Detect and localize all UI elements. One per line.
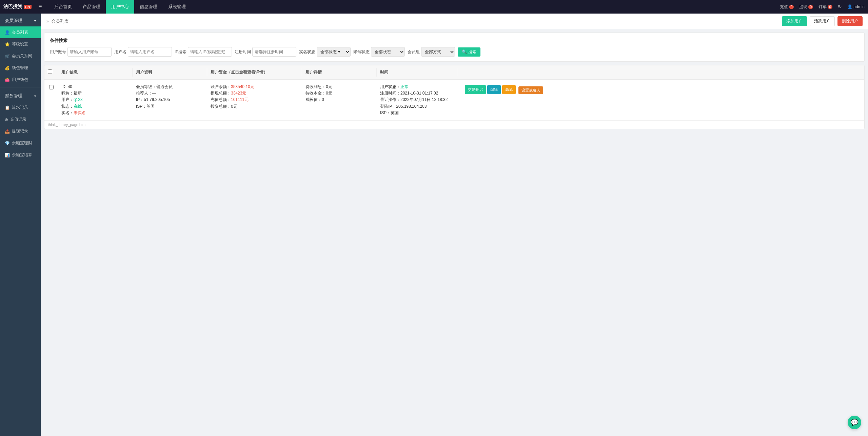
- membergroup-label: 会员组: [408, 49, 420, 55]
- user-isp: ISP：英国: [136, 103, 204, 110]
- regtime-input[interactable]: [252, 47, 296, 57]
- nav-user-center[interactable]: 用户中心: [106, 0, 134, 14]
- trade-open-button[interactable]: 交易开启: [465, 85, 486, 94]
- nav-system[interactable]: 系统管理: [163, 0, 191, 14]
- user-account-status: 用户状态：正常: [380, 84, 455, 90]
- user-info-cell: ID: 40 昵称：最新 用户：q123 状态：在线 实名：未实名: [58, 82, 133, 118]
- sidebar-item-member-list[interactable]: 👤 会员列表: [0, 26, 41, 38]
- search-field-fundstatus: 账号状态 全部状态: [353, 47, 405, 57]
- admin-user[interactable]: 👤 admin: [847, 4, 865, 9]
- nav-right: 充值 0 提现 0 订单 0 ↻ 👤 admin: [780, 4, 865, 10]
- fund-recharge: 提现总额：33423元: [211, 90, 299, 97]
- sidebar-item-withdraw-records[interactable]: 📤 提现记录: [0, 125, 41, 137]
- delete-user-button[interactable]: 删除用户: [837, 16, 863, 26]
- brand-tag: TP6: [24, 5, 32, 9]
- order-badge: 0: [828, 5, 832, 9]
- sidebar-group-member-label: 会员管理: [5, 18, 22, 24]
- growth: 成长值：0: [305, 97, 373, 103]
- sidebar-item-transactions[interactable]: 📋 流水记录: [0, 102, 41, 113]
- row-checkbox[interactable]: [49, 85, 54, 89]
- member-list-label: 会员列表: [12, 29, 28, 35]
- chevron-finance-icon: ▾: [34, 94, 36, 98]
- nav-product[interactable]: 产品管理: [77, 0, 106, 14]
- username-input[interactable]: [128, 47, 172, 57]
- select-all-checkbox[interactable]: [48, 69, 52, 74]
- refresh-icon[interactable]: ↻: [838, 4, 842, 9]
- invest-value: 0元: [231, 104, 237, 109]
- sidebar-item-wallet-manage[interactable]: 💰 钱包管理: [0, 62, 41, 74]
- recharge-value: 33423元: [231, 91, 246, 96]
- danger-button[interactable]: 高危: [502, 85, 516, 94]
- search-title: 条件搜索: [50, 38, 859, 44]
- recharge-badge: 0: [789, 5, 794, 9]
- sidebar-item-yuebao-settle[interactable]: 📊 余额宝结算: [0, 149, 41, 161]
- search-button[interactable]: 🔍 搜索: [458, 47, 480, 57]
- yuebao-settle-label: 余额宝结算: [12, 152, 32, 158]
- chat-icon: 💬: [851, 419, 858, 426]
- user-wallet-icon: 👛: [5, 78, 10, 82]
- add-user-button[interactable]: 添加用户: [782, 16, 807, 26]
- membergroup-select[interactable]: 全部方式: [421, 47, 455, 57]
- username-label: 用户名: [114, 49, 126, 55]
- sidebar: 会员管理 ▾ 👤 会员列表 ⭐ 等级设置 🛒 会员关系网 💰 钱包管理 👛 用户…: [0, 14, 41, 436]
- hamburger-icon[interactable]: ☰: [35, 4, 45, 9]
- brand: 法巴投资 TP6: [3, 4, 32, 10]
- th-userinfo: 用户信息: [58, 68, 133, 77]
- th-time: 时间: [377, 68, 458, 77]
- action-buttons: 交易开启 编辑 高危 设置战略人: [461, 84, 861, 96]
- user-nickname: 昵称：最新: [61, 90, 129, 97]
- time-cell: 用户状态：正常 注册时间：2021-10-31 01:17:02 最近操作：20…: [377, 82, 458, 118]
- search-field-ip: IP搜索: [175, 47, 232, 57]
- th-userfund: 用户资金（点击金额查看详情）: [207, 68, 302, 77]
- edit-button[interactable]: 编辑: [487, 85, 501, 94]
- order-item[interactable]: 订单 0: [818, 4, 832, 10]
- transactions-label: 流水记录: [12, 105, 28, 110]
- sidebar-item-yuebao[interactable]: 💎 余额宝理财: [0, 137, 41, 149]
- set-agent-button[interactable]: 设置战略人: [518, 86, 543, 94]
- transactions-icon: 📋: [5, 105, 10, 110]
- username-value[interactable]: q123: [74, 97, 83, 102]
- breadcrumb-current: 会员列表: [51, 18, 69, 24]
- activate-user-button[interactable]: 活跃用户: [810, 16, 835, 26]
- withdraw-value: 101111元: [231, 97, 249, 102]
- wallet-manage-label: 钱包管理: [12, 65, 28, 71]
- table-header: 用户信息 用户资料 用户资金（点击金额查看详情） 用户详情 时间: [44, 65, 864, 80]
- search-button-label: 搜索: [468, 49, 476, 55]
- th-userdata: 用户资料: [133, 68, 207, 77]
- sidebar-item-recharge-records[interactable]: ⊕ 充值记录: [0, 113, 41, 125]
- user-status: 状态：在线: [61, 103, 129, 110]
- search-field-username: 用户名: [114, 47, 172, 57]
- sidebar-item-level[interactable]: ⭐ 等级设置: [0, 38, 41, 50]
- member-level: 会员等级：普通会员: [136, 84, 204, 90]
- user-wallet-label: 用户钱包: [12, 77, 28, 83]
- order-label: 订单: [818, 4, 827, 10]
- referrer: 推荐人：—: [136, 90, 204, 97]
- ip-input[interactable]: [188, 47, 232, 57]
- chat-widget[interactable]: 💬: [848, 416, 861, 429]
- account-status-value: 正常: [400, 84, 409, 89]
- withdraw-item[interactable]: 提现 0: [799, 4, 813, 10]
- level-icon: ⭐: [5, 42, 10, 47]
- th-checkbox: [44, 68, 58, 77]
- file-path: think_library_page.html: [44, 121, 864, 129]
- userid-input[interactable]: [67, 47, 112, 57]
- pending-capital: 待收本金：0元: [305, 90, 373, 97]
- realname-value: 未实名: [74, 110, 86, 115]
- withdraw-label: 提现: [799, 4, 807, 10]
- login-isp: ISP：英国: [380, 110, 455, 116]
- th-actions: [458, 68, 526, 77]
- realstatus-select[interactable]: 全部状态 ▾: [317, 47, 351, 57]
- sidebar-item-member-network[interactable]: 🛒 会员关系网: [0, 50, 41, 62]
- nav-home[interactable]: 后台首页: [49, 0, 77, 14]
- fundstatus-select[interactable]: 全部状态: [371, 47, 405, 57]
- nav-info[interactable]: 信息管理: [134, 0, 163, 14]
- sidebar-group-finance[interactable]: 财务管理 ▾: [0, 89, 41, 102]
- network-icon: 🛒: [5, 54, 10, 59]
- breadcrumb: » 会员列表: [46, 18, 69, 24]
- sidebar-group-member[interactable]: 会员管理 ▾: [0, 14, 41, 26]
- sidebar-item-user-wallet[interactable]: 👛 用户钱包: [0, 74, 41, 86]
- balance-value[interactable]: 353540.10元: [231, 84, 254, 89]
- recharge-item[interactable]: 充值 0: [780, 4, 794, 10]
- page-actions: 添加用户 活跃用户 删除用户: [782, 16, 863, 26]
- admin-icon: 👤: [847, 4, 852, 9]
